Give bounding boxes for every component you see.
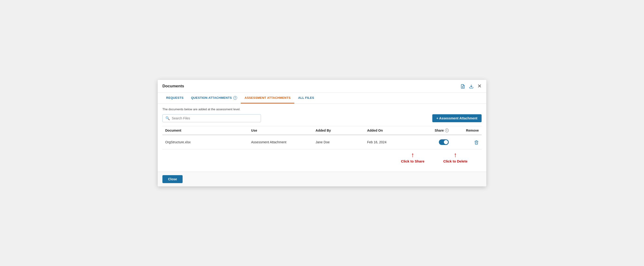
tab-question-attachments[interactable]: QUESTION ATTACHMENTS i	[187, 93, 241, 104]
delete-annotation: ↑ Click to Delete	[443, 152, 468, 163]
col-header-added-on: Added On	[367, 129, 419, 132]
share-annotation: ↑ Click to Share	[401, 152, 424, 163]
tabs-bar: REQUESTS QUESTION ATTACHMENTS i ASSESSME…	[158, 93, 486, 104]
share-annotation-label: Click to Share	[401, 159, 424, 163]
cell-added-on: Feb 16, 2024	[367, 140, 419, 144]
document-icon[interactable]	[460, 83, 465, 89]
modal-header: Documents ✕	[158, 80, 486, 93]
tab-requests[interactable]: REQUESTS	[162, 93, 187, 104]
col-header-share: Share i	[419, 129, 449, 132]
close-icon[interactable]: ✕	[477, 83, 482, 89]
share-toggle[interactable]	[439, 139, 449, 145]
header-icons: ✕	[460, 83, 482, 89]
table-header: Document Use Added By Added On Share i R…	[162, 126, 482, 135]
add-assessment-attachment-button[interactable]: + Assessment Attachment	[432, 114, 482, 122]
tab-assessment-attachments[interactable]: ASSESSMENT ATTACHMENTS	[241, 93, 294, 104]
delete-annotation-label: Click to Delete	[443, 159, 468, 163]
close-button[interactable]: Close	[162, 175, 182, 183]
description-text: The documents below are added at the ass…	[162, 108, 482, 111]
col-header-remove: Remove	[449, 129, 479, 132]
cell-remove	[449, 139, 479, 145]
annotation-area: ↑ Click to Share ↑ Click to Delete	[162, 149, 482, 168]
cell-added-by: Jane Doe	[316, 140, 367, 144]
col-header-added-by: Added By	[316, 129, 367, 132]
cell-use: Assessment Attachment	[251, 140, 316, 144]
delete-icon[interactable]	[474, 139, 479, 145]
cell-share	[419, 139, 449, 145]
toggle-track	[439, 139, 449, 145]
search-box[interactable]: 🔍	[162, 114, 261, 122]
delete-arrow-icon: ↑	[454, 152, 457, 158]
question-attachments-info-icon: i	[233, 96, 237, 100]
search-input[interactable]	[172, 116, 258, 120]
share-arrow-icon: ↑	[411, 152, 414, 158]
documents-table: Document Use Added By Added On Share i R…	[162, 126, 482, 168]
col-header-use: Use	[251, 129, 316, 132]
search-icon: 🔍	[166, 116, 170, 120]
share-info-icon: i	[445, 129, 449, 132]
toggle-thumb	[444, 140, 448, 144]
documents-modal: Documents ✕	[158, 80, 486, 186]
download-icon[interactable]	[469, 83, 474, 89]
col-header-document: Document	[165, 129, 251, 132]
modal-body: The documents below are added at the ass…	[158, 104, 486, 172]
tab-all-files[interactable]: ALL FILES	[294, 93, 318, 104]
modal-title: Documents	[162, 84, 184, 89]
modal-footer: Close	[158, 172, 486, 186]
cell-document: OrgStructure.xlsx	[165, 140, 251, 144]
table-row: OrgStructure.xlsx Assessment Attachment …	[162, 135, 482, 149]
toolbar: 🔍 + Assessment Attachment	[162, 114, 482, 122]
